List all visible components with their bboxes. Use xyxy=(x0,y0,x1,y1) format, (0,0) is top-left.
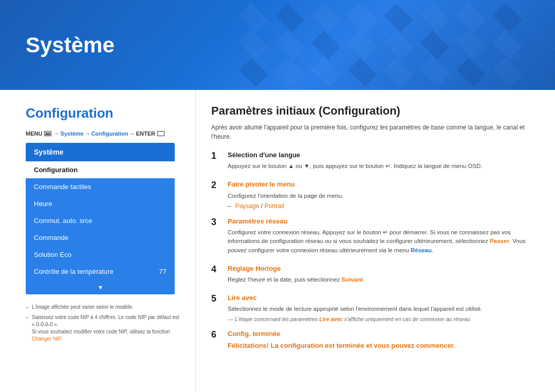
diamond-cell xyxy=(347,58,377,87)
menu-item-commut[interactable]: Commut. auto. srce xyxy=(26,212,175,229)
changer-nip-link[interactable]: Changer NIP xyxy=(32,336,62,342)
step-title: Faire pivoter le menu xyxy=(228,180,532,189)
step-content: Lire avec Sélectionnez le mode de lectur… xyxy=(228,293,532,322)
notes-section: L'image affichée peut varier selon le mo… xyxy=(26,304,180,343)
diamond-cell xyxy=(275,58,304,87)
diamond-cell xyxy=(384,30,413,60)
step-sub-item: – Paysage / Portrait xyxy=(228,202,532,210)
step-title: Config. terminée xyxy=(228,329,532,339)
menu-item-label: Heure xyxy=(34,200,52,208)
diamond-cell xyxy=(275,30,304,60)
suivant-link[interactable]: Suivant xyxy=(341,276,363,283)
diamond-cell xyxy=(420,30,449,60)
menu-item-value: 77 xyxy=(159,268,166,275)
page-title: Système xyxy=(26,33,115,58)
arrow1: → xyxy=(53,130,59,137)
step-number: 1 xyxy=(211,151,221,173)
menu-item-label: Configuration xyxy=(34,166,78,174)
menu-box: Système Configuration Commande tactiles … xyxy=(26,143,175,294)
diamond-cell xyxy=(347,30,377,60)
intro-text: Après avoir allumé l'appareil pour la pr… xyxy=(211,123,532,141)
step-5: 5 Lire avec Sélectionnez le mode de lect… xyxy=(211,293,532,322)
diamond-cell xyxy=(384,58,413,87)
diamond-cell xyxy=(239,3,268,32)
menu-scroll-down[interactable]: ▾ xyxy=(26,280,175,294)
step-content: Réglage Horloge Réglez l'heure et la dat… xyxy=(228,264,532,286)
menu-item-heure[interactable]: Heure xyxy=(26,195,175,212)
chevron-down-icon: ▾ xyxy=(99,283,102,291)
step-content: Config. terminée Félicitations! La confi… xyxy=(228,329,532,349)
header-banner: Système xyxy=(0,0,555,90)
sub-text: Paysage / Portrait xyxy=(235,202,284,210)
step-6: 6 Config. terminée Félicitations! La con… xyxy=(211,329,532,349)
step-title: Paramètres réseau xyxy=(228,217,532,226)
config-link: Configuration xyxy=(91,130,128,137)
diamond-cell xyxy=(311,30,341,60)
step-number: 3 xyxy=(211,217,221,257)
system-link: Système xyxy=(60,130,83,137)
menu-item-configuration[interactable]: Configuration xyxy=(26,161,175,178)
step-description: Appuyez sur le bouton ▲ ou ▼, puis appuy… xyxy=(228,162,532,171)
enter-label: ENTER xyxy=(136,130,155,137)
diamond-cell xyxy=(420,3,449,32)
step-content: Paramètres réseau Configurez votre conne… xyxy=(228,217,532,257)
menu-item-label: Commut. auto. srce xyxy=(34,217,92,225)
passer-link[interactable]: Passer xyxy=(490,238,509,244)
menu-item-commande-tactiles[interactable]: Commande tactiles xyxy=(26,178,175,195)
menu-item-label: Contrôle de la température xyxy=(34,268,114,275)
left-panel: Configuration MENU → Système → Configura… xyxy=(0,90,195,392)
diamond-cell xyxy=(239,30,268,60)
step-number: 2 xyxy=(211,180,221,209)
diamond-cell xyxy=(492,58,522,87)
menu-item-label: Commande tactiles xyxy=(34,183,91,191)
decorative-diamonds xyxy=(231,0,529,90)
diamond-cell xyxy=(384,3,413,32)
diamond-cell xyxy=(492,3,522,32)
step-note: L'étape concernant les paramètres Lire a… xyxy=(228,316,532,322)
diamond-cell xyxy=(347,3,377,32)
note-text: L'image affichée peut varier selon le mo… xyxy=(32,304,134,310)
step-title: Réglage Horloge xyxy=(228,264,532,273)
diamond-cell xyxy=(492,30,522,60)
menu-item-controle-temperature[interactable]: Contrôle de la température 77 xyxy=(26,263,175,280)
main-content: Configuration MENU → Système → Configura… xyxy=(0,90,555,392)
menu-item-label: Solution Eco xyxy=(34,251,71,258)
step-1: 1 Sélection d'une langue Appuyez sur le … xyxy=(211,151,532,173)
diamond-cell xyxy=(456,30,486,60)
step-title: Sélection d'une langue xyxy=(228,151,532,160)
right-panel-title: Paramètres initiaux (Configuration) xyxy=(211,104,532,118)
enter-icon xyxy=(157,131,164,136)
step-number: 5 xyxy=(211,293,221,322)
diamond-cell xyxy=(311,58,341,87)
menu-label: MENU xyxy=(26,130,42,137)
arrow3: → xyxy=(130,130,135,137)
note-text: Saisissez votre code NIP à 4 chiffres. L… xyxy=(32,314,179,342)
step-description: Sélectionnez le mode de lecture appropri… xyxy=(228,305,532,313)
menu-icon xyxy=(44,131,51,136)
step-3: 3 Paramètres réseau Configurez votre con… xyxy=(211,217,532,257)
diamond-cell xyxy=(420,58,449,87)
diamond-cell xyxy=(456,58,486,87)
note-image-vary: L'image affichée peut varier selon le mo… xyxy=(26,304,180,311)
menu-item-commande[interactable]: Commande xyxy=(26,229,175,246)
menu-item-solution-eco[interactable]: Solution Eco xyxy=(26,246,175,263)
arrow2: → xyxy=(85,130,90,137)
dash-icon: – xyxy=(228,202,231,210)
paysage-link[interactable]: Paysage xyxy=(235,202,260,210)
step-4: 4 Réglage Horloge Réglez l'heure et la d… xyxy=(211,264,532,286)
step-content: Sélection d'une langue Appuyez sur le bo… xyxy=(228,151,532,173)
step-number: 4 xyxy=(211,264,221,286)
portrait-link[interactable]: Portrait xyxy=(264,202,284,210)
note-pin: Saisissez votre code NIP à 4 chiffres. L… xyxy=(26,314,180,343)
section-title: Configuration xyxy=(26,105,180,121)
step-2: 2 Faire pivoter le menu Configurez l'ori… xyxy=(211,180,532,209)
right-panel: Paramètres initiaux (Configuration) Aprè… xyxy=(195,90,555,392)
congratulations-text: Félicitations! La configuration est term… xyxy=(228,342,532,349)
step-title: Lire avec xyxy=(228,293,532,303)
menu-path: MENU → Système → Configuration → ENTER xyxy=(26,130,180,137)
step-number: 6 xyxy=(211,329,221,349)
lire-avec-link[interactable]: Lire avec xyxy=(319,316,343,322)
step-description: Configurez l'orientation de la page de m… xyxy=(228,192,532,200)
reseau-link[interactable]: Réseau xyxy=(411,247,432,253)
diamond-cell xyxy=(311,3,341,32)
